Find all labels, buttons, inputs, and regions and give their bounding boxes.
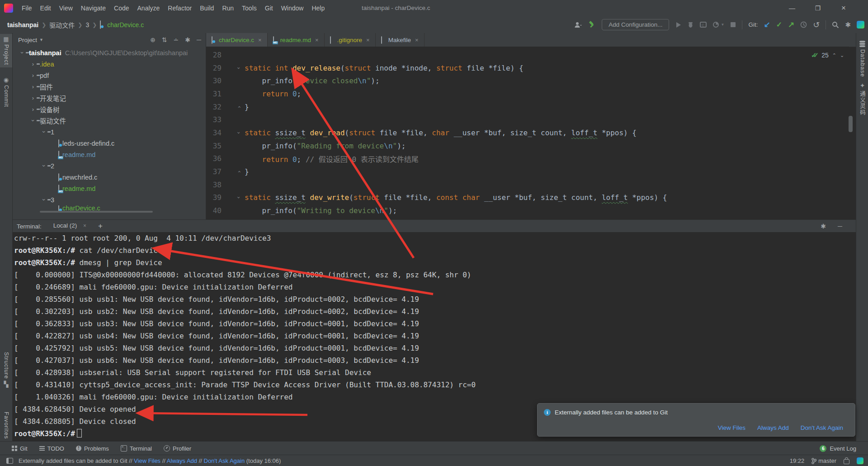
tree-item-固件[interactable]: ›固件 bbox=[13, 81, 206, 92]
tree-item-1[interactable]: ›1 bbox=[13, 126, 206, 138]
tree-item-readme.md[interactable]: readme.md bbox=[13, 183, 206, 194]
history-clock-icon[interactable] bbox=[800, 21, 807, 28]
breadcrumb-item[interactable]: taishanpai bbox=[7, 21, 38, 29]
expand-icon[interactable]: ⇅ bbox=[162, 36, 167, 43]
build-hammer-icon[interactable] bbox=[588, 21, 596, 29]
tree-chevron-icon[interactable]: › bbox=[29, 106, 37, 113]
menu-view[interactable]: View bbox=[55, 0, 77, 16]
tab-.gitignore[interactable]: .gitignore× bbox=[325, 33, 376, 47]
menu-build[interactable]: Build bbox=[196, 0, 218, 16]
collapse-all-icon[interactable]: ∸ bbox=[174, 36, 179, 43]
assistant-logo-icon[interactable] bbox=[857, 457, 863, 464]
tab-close-icon[interactable]: × bbox=[415, 37, 419, 43]
tab-close-icon[interactable]: × bbox=[366, 37, 370, 43]
breadcrumb-file[interactable]: charDevice.c bbox=[107, 21, 144, 29]
tree-item-newchrled.c[interactable]: newchrled.c bbox=[13, 171, 206, 183]
code-editor[interactable]: 2829›static int dev_release(struct inode… bbox=[206, 47, 849, 219]
menu-tools[interactable]: Tools bbox=[238, 0, 261, 16]
menu-edit[interactable]: Edit bbox=[36, 0, 55, 16]
menu-analyze[interactable]: Analyze bbox=[133, 0, 164, 16]
tab-Makefile[interactable]: Makefile× bbox=[376, 33, 425, 47]
minimize-button[interactable]: — bbox=[782, 0, 802, 16]
toolwindow-button-problems[interactable]: !Problems bbox=[76, 445, 109, 452]
terminal-settings-gear-icon[interactable]: ✱ bbox=[821, 223, 826, 230]
settings-gear-icon[interactable]: ✱ bbox=[845, 21, 851, 29]
rollback-icon[interactable]: ↺ bbox=[813, 20, 820, 30]
inspections-widget[interactable]: ✓✓ 25 ⌃ ⌄ bbox=[809, 50, 846, 60]
menu-run[interactable]: Run bbox=[218, 0, 238, 16]
breadcrumb-item[interactable]: 驱动文件 bbox=[49, 20, 75, 29]
profile-icon[interactable]: C bbox=[700, 21, 707, 28]
tree-item-3[interactable]: ›3 bbox=[13, 194, 206, 205]
git-branch-widget[interactable]: master bbox=[811, 457, 836, 464]
fold-marker-icon[interactable]: › bbox=[236, 64, 242, 71]
plugin-logo-icon[interactable] bbox=[857, 21, 864, 29]
git-commit-check-icon[interactable]: ✓ bbox=[776, 20, 782, 29]
popup-link-view-files[interactable]: View Files bbox=[718, 424, 745, 431]
tree-item-.idea[interactable]: ›.idea bbox=[13, 58, 206, 70]
fold-marker-icon[interactable]: › bbox=[236, 129, 242, 136]
stripe-commit[interactable]: ◉ Commit bbox=[0, 75, 12, 109]
fold-marker-icon[interactable]: › bbox=[236, 103, 242, 110]
status-link-view-files[interactable]: View Files bbox=[134, 457, 160, 464]
prev-warning-icon[interactable]: ⌃ bbox=[832, 52, 836, 58]
fold-marker-icon[interactable]: › bbox=[236, 194, 242, 201]
stripe-database[interactable]: Database bbox=[856, 38, 868, 79]
tab-readme.md[interactable]: readme.md× bbox=[268, 33, 325, 47]
tree-item-驱动文件[interactable]: ›驱动文件 bbox=[13, 115, 206, 126]
breadcrumb-item[interactable]: 3 bbox=[85, 21, 89, 29]
stripe-structure[interactable]: Structure ▚ bbox=[0, 350, 12, 390]
stripe-tongyi[interactable]: ✦ 通义灵码 bbox=[856, 81, 868, 118]
terminal-minimize-icon[interactable]: ─ bbox=[838, 223, 842, 230]
locate-icon[interactable]: ⊕ bbox=[150, 36, 156, 43]
menu-help[interactable]: Help bbox=[307, 0, 329, 16]
git-update-icon[interactable]: ↙ bbox=[764, 20, 770, 29]
tab-close-icon[interactable]: × bbox=[258, 37, 262, 43]
toolwindow-button-git[interactable]: Git bbox=[12, 445, 28, 452]
menu-code[interactable]: Code bbox=[110, 0, 133, 16]
tree-chevron-icon[interactable]: › bbox=[29, 83, 37, 90]
close-button[interactable]: × bbox=[833, 0, 854, 16]
status-link-don-t-ask-again[interactable]: Don't Ask Again bbox=[204, 457, 245, 464]
status-link-always-add[interactable]: Always Add bbox=[167, 457, 197, 464]
horizontal-scrollbar[interactable] bbox=[40, 211, 153, 213]
toolwindow-button-terminal[interactable]: Terminal bbox=[121, 445, 152, 452]
add-configuration-button[interactable]: Add Configuration... bbox=[602, 19, 669, 30]
search-icon[interactable] bbox=[832, 21, 839, 29]
tree-chevron-icon[interactable]: › bbox=[41, 128, 47, 136]
tab-close-icon[interactable]: × bbox=[315, 37, 319, 43]
menu-window[interactable]: Window bbox=[277, 0, 308, 16]
tree-chevron-icon[interactable]: › bbox=[41, 196, 47, 204]
toolwindow-toggle-icon[interactable] bbox=[6, 458, 13, 464]
popup-link-always-add[interactable]: Always Add bbox=[757, 424, 789, 431]
coverage-icon[interactable]: ▼ bbox=[712, 21, 724, 28]
hide-panel-icon[interactable]: ─ bbox=[197, 36, 201, 43]
tree-chevron-icon[interactable]: › bbox=[41, 162, 47, 170]
menu-refactor[interactable]: Refactor bbox=[164, 0, 196, 16]
menu-file[interactable]: File bbox=[18, 0, 36, 16]
menu-navigate[interactable]: Navigate bbox=[77, 0, 110, 16]
editor-scrollbar[interactable] bbox=[849, 116, 853, 132]
panel-settings-gear-icon[interactable]: ✱ bbox=[185, 36, 190, 43]
tree-chevron-icon[interactable]: › bbox=[30, 117, 37, 124]
tree-item-2[interactable]: ›2 bbox=[13, 160, 206, 171]
toolwindow-button-profiler[interactable]: Profiler bbox=[164, 445, 191, 452]
tree-item-pdf[interactable]: ›pdf bbox=[13, 70, 206, 81]
terminal-tab-close-icon[interactable]: × bbox=[83, 223, 86, 229]
popup-link-don-t-ask-again[interactable]: Don't Ask Again bbox=[801, 424, 843, 431]
terminal-tab-local[interactable]: Local (2) × bbox=[52, 219, 88, 233]
fold-marker-icon[interactable]: › bbox=[236, 168, 242, 176]
tree-chevron-icon[interactable]: › bbox=[29, 72, 37, 79]
debug-icon[interactable] bbox=[687, 21, 694, 28]
stripe-project[interactable]: ▦ Project bbox=[0, 34, 12, 67]
new-terminal-button[interactable]: + bbox=[98, 222, 103, 231]
lock-icon[interactable] bbox=[844, 459, 849, 464]
maximize-button[interactable]: ❐ bbox=[807, 0, 828, 16]
tree-chevron-icon[interactable]: › bbox=[19, 49, 26, 57]
tree-item-leds-user-defind.c[interactable]: leds-user-defind.c bbox=[13, 138, 206, 149]
tree-item-开发笔记[interactable]: ›开发笔记 bbox=[13, 92, 206, 104]
toolwindow-button-todo[interactable]: TODO bbox=[39, 445, 64, 452]
run-icon[interactable] bbox=[675, 22, 681, 28]
tree-item-taishanpai[interactable]: ›taishanpaiC:\Users\QINGJUE\Desktop\git\… bbox=[13, 47, 206, 58]
tree-chevron-icon[interactable]: › bbox=[29, 95, 37, 101]
